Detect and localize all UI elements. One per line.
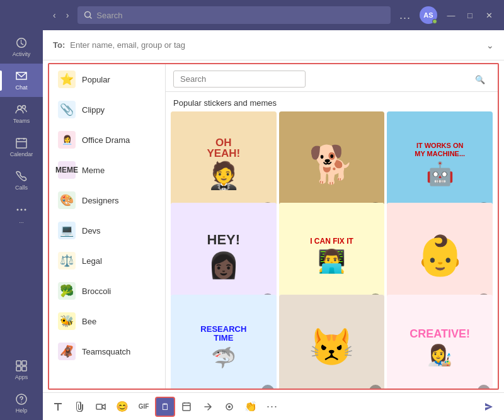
sticker-doge[interactable]: 🐕 ✏: [279, 111, 385, 217]
minimize-button[interactable]: —: [442, 6, 460, 24]
category-legal[interactable]: ⚖️ Legal: [49, 246, 165, 276]
back-button[interactable]: ‹: [49, 8, 60, 23]
sidebar: Activity Chat Teams Calendar Calls: [0, 0, 43, 420]
help-icon: [15, 393, 28, 406]
maximize-button[interactable]: □: [461, 6, 479, 24]
sticker-search-wrapper: 🔍: [173, 71, 490, 88]
emoji-button[interactable]: 😊: [112, 397, 132, 417]
sticker-section-title: Popular stickers and memes: [166, 92, 498, 111]
sticker-hey[interactable]: HEY! 👩🏿 ✏: [171, 203, 277, 309]
sidebar-item-calendar[interactable]: Calendar: [0, 130, 43, 164]
sticker-search-input[interactable]: [173, 71, 306, 88]
sidebar-activity-label: Activity: [13, 51, 31, 57]
sidebar-item-chat[interactable]: Chat: [0, 64, 43, 97]
clippy-label: Clippy: [82, 105, 105, 115]
svg-point-4: [21, 209, 23, 211]
sidebar-item-more[interactable]: ...: [0, 197, 43, 230]
sticker-research-time[interactable]: RESEARCHTIME 🦈 ✏: [171, 295, 277, 389]
sidebar-more-label: ...: [19, 218, 24, 224]
titlebar-actions: ... AS — □ ✕: [396, 6, 498, 24]
svg-rect-13: [96, 404, 102, 409]
designers-label: Designers: [82, 196, 119, 205]
arrow-right-icon: [203, 402, 213, 412]
to-input[interactable]: [70, 40, 481, 50]
more-icon: [15, 203, 28, 216]
sticker-i-can-fix-it[interactable]: I CAN FIX IT 👨‍💻 ✏: [279, 203, 385, 309]
avatar[interactable]: AS: [420, 6, 437, 24]
meet-icon: [96, 402, 106, 412]
teamsquatch-icon: 🦧: [58, 343, 76, 360]
sticker-panel: ⭐ Popular 📎 Clippy 👩‍💼 Office Drama MEME…: [48, 63, 499, 390]
category-bee[interactable]: 🐝 Bee: [49, 306, 165, 336]
titlebar: ‹ › Search ... AS — □ ✕: [43, 0, 504, 30]
attach-icon: [74, 402, 84, 412]
sidebar-help-label: Help: [16, 407, 28, 414]
sticker-grid: OHYEAH! 🤵 ✏ 🐕 ✏ IT WORKS ON: [166, 111, 498, 389]
sidebar-item-teams[interactable]: Teams: [0, 97, 43, 130]
calls-icon: [15, 170, 28, 183]
to-label: To:: [53, 40, 65, 50]
category-devs[interactable]: 💻 Devs: [49, 215, 165, 246]
sticker-oh-yeah[interactable]: OHYEAH! 🤵 ✏: [171, 111, 277, 217]
svg-rect-2: [16, 139, 26, 148]
forward-button[interactable]: ›: [62, 8, 73, 23]
sidebar-item-activity[interactable]: Activity: [0, 30, 43, 64]
categories-list: ⭐ Popular 📎 Clippy 👩‍💼 Office Drama MEME…: [49, 64, 166, 389]
praise-button[interactable]: 👏: [241, 397, 261, 417]
sidebar-item-calls[interactable]: Calls: [0, 164, 43, 197]
devs-icon: 💻: [58, 222, 76, 239]
sidebar-item-apps[interactable]: Apps: [15, 353, 28, 387]
svg-point-1: [23, 106, 26, 109]
format-button[interactable]: [48, 397, 68, 417]
send-button[interactable]: [479, 397, 499, 417]
teamsquatch-label: Teamsquatch: [82, 347, 130, 356]
category-meme[interactable]: MEME Meme: [49, 155, 165, 185]
global-search-bar[interactable]: Search: [77, 6, 391, 24]
close-button[interactable]: ✕: [480, 6, 498, 24]
svg-rect-8: [16, 366, 21, 371]
schedule-button[interactable]: [176, 397, 197, 417]
svg-point-16: [228, 406, 231, 408]
format-icon: [53, 402, 63, 412]
arrow-right-button[interactable]: [198, 397, 218, 417]
attach-button[interactable]: [69, 397, 89, 417]
sidebar-apps-label: Apps: [15, 374, 28, 380]
window-controls: — □ ✕: [442, 6, 498, 24]
meet-button[interactable]: [91, 397, 111, 417]
sticker-button[interactable]: 🗒: [155, 397, 175, 417]
category-office-drama[interactable]: 👩‍💼 Office Drama: [49, 125, 165, 155]
sticker-it-works[interactable]: IT WORKS ONMY MACHINE... 🤖 ✏: [387, 111, 493, 217]
designers-icon: 🎨: [58, 191, 76, 209]
category-designers[interactable]: 🎨 Designers: [49, 185, 165, 215]
expand-chevron[interactable]: ⌄: [486, 40, 494, 50]
status-dot: [432, 19, 437, 24]
category-clippy[interactable]: 📎 Clippy: [49, 94, 165, 125]
search-icon: [84, 11, 93, 20]
sticker-creative[interactable]: CREATIVE! 👩‍🎨 ✏: [387, 295, 493, 389]
bottom-toolbar: 😊 GIF 🗒 👏 ···: [43, 392, 504, 420]
record-button[interactable]: [219, 397, 239, 417]
more-toolbar-button[interactable]: ···: [262, 397, 282, 417]
schedule-icon: [181, 402, 192, 412]
search-text: Search: [96, 11, 122, 20]
sidebar-item-help[interactable]: Help: [15, 387, 28, 420]
svg-point-3: [17, 209, 19, 211]
devs-label: Devs: [82, 226, 101, 236]
category-teamsquatch[interactable]: 🦧 Teamsquatch: [49, 336, 165, 366]
office-drama-icon: 👩‍💼: [58, 131, 76, 149]
send-icon: [484, 402, 494, 412]
bee-icon: 🐝: [58, 312, 76, 330]
sticker-search-icon: 🔍: [475, 74, 485, 84]
popular-label: Popular: [82, 75, 110, 84]
to-bar: To: ⌄: [43, 30, 504, 60]
sticker-success-baby[interactable]: 👶 ✏: [387, 203, 493, 309]
gif-button[interactable]: GIF: [134, 397, 154, 417]
sticker-grid-area: 🔍 Popular stickers and memes OHYEAH! 🤵 ✏: [166, 64, 498, 389]
svg-rect-7: [22, 361, 26, 365]
category-broccoli[interactable]: 🥦 Broccoli: [49, 276, 165, 306]
svg-point-5: [25, 209, 26, 211]
category-popular[interactable]: ⭐ Popular: [49, 64, 165, 94]
more-button[interactable]: ...: [396, 8, 415, 23]
sticker-grumpy-cat[interactable]: 😾 ✏: [279, 295, 385, 389]
svg-rect-6: [16, 361, 21, 365]
